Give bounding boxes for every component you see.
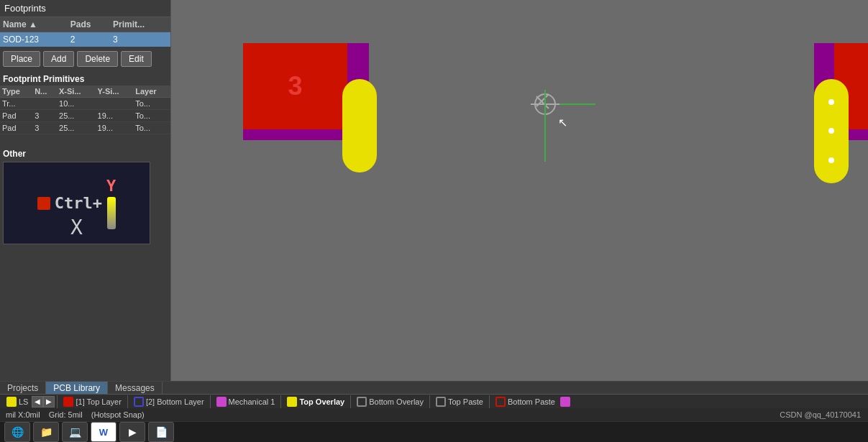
prim-n-3: 3 (32, 122, 57, 134)
fp-red-sq-left: 3 (243, 43, 347, 129)
footprint-primitives-title: Footprint Primitives (0, 71, 170, 86)
tab-pcb-library[interactable]: PCB Library (46, 382, 108, 394)
nav-arrow-left[interactable]: ◀ (32, 396, 43, 408)
divider-7 (489, 395, 490, 408)
preview-red-square (37, 197, 50, 210)
prim-ysi-3: 19... (96, 122, 134, 134)
prim-col-layer: Layer (133, 86, 170, 98)
prim-ysi-2: 19... (96, 110, 134, 122)
layer-top-paste[interactable]: Top Paste (432, 397, 487, 407)
col-pads: Pads (68, 17, 110, 32)
col-primitives: Primit... (110, 17, 170, 32)
preview-y-bar: Y (106, 177, 116, 229)
other-title: Other (3, 146, 168, 162)
primitives-table: Type N... X-Si... Y-Si... Layer Tr... 10… (0, 86, 170, 134)
tab-projects[interactable]: Projects (0, 382, 46, 394)
taskbar: 🌐 📁 💻 W ▶ 📄 (0, 421, 868, 442)
fp-pad-left (342, 79, 377, 172)
top-layer-label: [1] Top Layer (76, 397, 121, 406)
other-section: Other Ctrl+ Y X (0, 143, 170, 247)
footprints-table: Name ▲ Pads Primit... SOD-123 2 3 (0, 17, 170, 47)
preview-box: Ctrl+ Y X (3, 162, 150, 244)
prim-layer-3: To... (133, 122, 170, 134)
layer-bottom-overlay[interactable]: Bottom Overlay (353, 397, 427, 407)
panel-title: Footprints (0, 0, 170, 17)
divider-6 (429, 395, 430, 408)
layer-top-overlay[interactable]: Top Overlay (283, 397, 348, 407)
bottom-paste-dot (495, 397, 506, 407)
prim-row-2: Pad 3 25... 19... To... (0, 110, 170, 122)
tab-messages[interactable]: Messages (108, 382, 163, 394)
add-button[interactable]: Add (43, 51, 74, 67)
main-canvas[interactable]: 3 ↖ 3 (171, 0, 868, 381)
coord-x: mil X:0mil (6, 410, 40, 419)
footprint-pads: 2 (68, 32, 110, 47)
divider-4 (280, 395, 281, 408)
layer-bottom[interactable]: [2] Bottom Layer (130, 397, 208, 407)
top-overlay-dot (287, 397, 297, 407)
divider-3 (210, 395, 211, 408)
fp-pad-right (814, 79, 849, 183)
divider-2 (127, 395, 128, 408)
footprint-primitives: 3 (110, 32, 170, 47)
preview-ctrl-text: Ctrl+ (55, 194, 102, 212)
snap-mode: (Hotspot Snap) (91, 410, 145, 419)
crosshair-v-line (544, 90, 546, 162)
prim-ysi-1 (96, 98, 134, 110)
taskbar-btn-word[interactable]: W (91, 422, 117, 442)
prim-xsi-2: 25... (57, 110, 96, 122)
prim-layer-1: To... (133, 98, 170, 110)
tab-bar: Projects PCB Library Messages (0, 382, 868, 395)
layer-bottom-paste[interactable]: Bottom Paste (492, 397, 559, 407)
pad-dot-2 (828, 128, 834, 134)
pad-dot-1 (828, 99, 834, 105)
prim-type-2: Pad (0, 110, 32, 122)
left-panel: Footprints Name ▲ Pads Primit... SOD-123… (0, 0, 171, 381)
layer-top[interactable]: [1] Top Layer (60, 397, 124, 407)
edit-button[interactable]: Edit (121, 51, 152, 67)
taskbar-btn-browser[interactable]: 🌐 (4, 422, 30, 442)
top-layer-dot (63, 397, 73, 407)
mechanical-dot (216, 397, 227, 407)
crosshair: ↖ (531, 90, 567, 126)
y-label: Y (106, 177, 116, 195)
ls-color-dot (6, 397, 17, 407)
mechanical-label: Mechanical 1 (229, 397, 275, 406)
taskbar-btn-play[interactable]: ▶ (119, 422, 145, 442)
col-name: Name ▲ (0, 17, 68, 32)
bottom-bar: Projects PCB Library Messages LS ◀ ▶ [1]… (0, 381, 868, 442)
bottom-layer-label: [2] Bottom Layer (146, 397, 204, 406)
bottom-layer-dot (134, 397, 144, 407)
top-overlay-label: Top Overlay (299, 397, 344, 406)
trailing-dot (560, 397, 570, 407)
layer-ls[interactable]: LS (3, 397, 32, 407)
prim-col-type: Type (0, 86, 32, 98)
prim-xsi-1: 10... (57, 98, 96, 110)
prim-row-3: Pad 3 25... 19... To... (0, 122, 170, 134)
layer-mechanical[interactable]: Mechanical 1 (213, 397, 279, 407)
ls-label: LS (19, 397, 28, 406)
prim-row-1: Tr... 10... To... (0, 98, 170, 110)
prim-xsi-3: 25... (57, 122, 96, 134)
place-button[interactable]: Place (3, 51, 40, 67)
prim-n-2: 3 (32, 110, 57, 122)
top-paste-dot (436, 397, 446, 407)
delete-button[interactable]: Delete (77, 51, 118, 67)
taskbar-btn-folder[interactable]: 📁 (33, 422, 59, 442)
prim-n-1 (32, 98, 57, 110)
nav-arrow-right[interactable]: ▶ (43, 396, 55, 408)
prim-type-3: Pad (0, 122, 32, 134)
coord-y: Grid: 5mil (49, 410, 83, 419)
action-buttons: Place Add Delete Edit (0, 47, 170, 71)
table-row[interactable]: SOD-123 2 3 (0, 32, 170, 47)
cursor-arrow: ↖ (558, 116, 567, 129)
prim-layer-2: To... (133, 110, 170, 122)
top-paste-label: Top Paste (448, 397, 483, 406)
prim-col-ysi: Y-Si... (96, 86, 134, 98)
preview-x-label: X (70, 216, 83, 239)
bottom-overlay-dot (357, 397, 367, 407)
bottom-paste-label: Bottom Paste (508, 397, 555, 406)
taskbar-btn-pc[interactable]: 💻 (62, 422, 88, 442)
divider-5 (350, 395, 351, 408)
taskbar-btn-doc[interactable]: 📄 (148, 422, 174, 442)
